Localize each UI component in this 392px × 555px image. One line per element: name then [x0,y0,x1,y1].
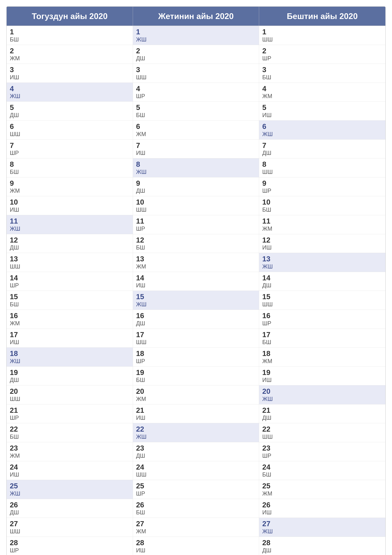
day-cell: 25 ЖШ [7,480,133,499]
day-abbr: ШР [136,358,256,365]
day-cell: 23 ЖМ [7,442,133,461]
day-number: 15 [262,293,382,301]
day-cell: 10 БШ [259,196,385,215]
day-cell: 25 ШР [133,480,259,499]
day-abbr: БШ [262,471,382,478]
day-abbr: ДШ [10,509,130,516]
day-abbr: БШ [136,244,256,251]
day-cell: 14 ШР [7,272,133,291]
day-cell: 14 ДШ [259,272,385,291]
day-cell: 10 ШШ [133,196,259,215]
day-number: 26 [262,501,382,509]
day-cell: 26 ИШ [259,499,385,518]
day-cell: 15 БШ [7,291,133,310]
day-cell: 27 ЖШ [259,518,385,537]
day-cell: 8 БШ [7,158,133,177]
day-cell: 7 ДШ [259,139,385,159]
day-cell: 11 ЖМ [259,215,385,234]
day-number: 28 [10,539,130,547]
day-number: 20 [262,387,382,395]
day-abbr: БШ [136,509,256,516]
day-cell: 13 ЖМ [133,253,259,272]
day-cell: 28 ДШ [259,537,385,555]
day-number: 28 [262,539,382,547]
day-cell: 2 ШР [259,45,385,64]
day-abbr: ЖМ [10,320,130,327]
day-number: 18 [10,350,130,358]
day-cell: 5 ДШ [7,102,133,121]
day-number: 19 [10,368,130,377]
day-cell: 13 ЖШ [259,253,385,272]
day-cell: 8 ШШ [259,158,385,177]
day-cell: 18 ЖШ [7,348,133,366]
day-number: 2 [136,47,256,55]
day-cell: 21 ДШ [259,404,385,423]
day-number: 27 [136,520,256,528]
day-number: 27 [262,520,382,528]
day-cell: 26 ДШ [7,499,133,518]
day-abbr: ИШ [10,74,130,81]
day-cell: 21 ИШ [133,404,259,423]
day-abbr: ЖШ [136,169,256,175]
day-cell: 17 БШ [259,329,385,348]
day-cell: 3 БШ [259,64,385,83]
day-abbr: БШ [136,377,256,383]
day-abbr: ШШ [262,433,382,440]
day-number: 2 [262,47,382,55]
day-cell: 9 ЖМ [7,177,133,196]
day-number: 23 [262,444,382,452]
day-abbr: ДШ [10,244,130,251]
day-abbr: ЖШ [136,36,256,43]
day-cell: 16 ДШ [133,310,259,329]
day-abbr: ШР [10,547,130,554]
header-row: Тогуздун айы 2020 Жетинин айы 2020 Бешти… [7,7,385,26]
day-cell: 19 ИШ [259,366,385,386]
day-cell: 5 БШ [133,102,259,121]
day-abbr: ДШ [10,112,130,118]
day-number: 8 [262,160,382,168]
day-number: 10 [10,198,130,206]
day-number: 6 [262,123,382,131]
day-cell: 7 ШР [7,139,133,159]
day-number: 21 [10,406,130,414]
day-number: 17 [10,331,130,339]
day-abbr: БШ [136,112,256,118]
day-abbr: ЖМ [10,188,130,194]
day-cell: 15 ШШ [259,291,385,310]
day-abbr: ДШ [136,453,256,459]
day-abbr: ДШ [136,188,256,194]
day-number: 5 [136,103,256,111]
day-abbr: ИШ [10,471,130,478]
day-cell: 9 ДШ [133,177,259,196]
day-abbr: ЖШ [10,226,130,232]
day-cell: 7 ИШ [133,139,259,159]
day-cell: 24 ШШ [133,461,259,480]
day-abbr: ИШ [262,377,382,383]
day-abbr: ШШ [10,131,130,138]
day-number: 8 [136,160,256,168]
day-abbr: ШР [136,93,256,100]
day-number: 14 [10,274,130,282]
day-number: 15 [136,293,256,301]
day-cell: 5 ИШ [259,102,385,121]
day-number: 21 [262,406,382,414]
day-number: 26 [10,501,130,509]
day-number: 12 [262,236,382,244]
day-number: 4 [136,85,256,93]
day-abbr: ИШ [262,244,382,251]
day-abbr: ШШ [136,74,256,81]
day-number: 11 [262,217,382,225]
day-abbr: ШШ [10,528,130,535]
month-header-2: Жетинин айы 2020 [133,7,259,26]
day-abbr: ШР [262,320,382,327]
day-number: 3 [136,66,256,74]
day-number: 22 [262,425,382,433]
days-grid: 1 БШ 1 ЖШ 1 ШШ 2 ЖМ 2 ДШ 2 ШР 3 ИШ 3 [7,26,385,555]
day-number: 16 [262,312,382,320]
day-abbr: ИШ [136,415,256,421]
day-number: 16 [10,312,130,320]
day-abbr: ИШ [10,206,130,213]
day-cell: 18 ЖМ [259,348,385,366]
day-cell: 12 ДШ [7,234,133,253]
day-cell: 16 ЖМ [7,310,133,329]
